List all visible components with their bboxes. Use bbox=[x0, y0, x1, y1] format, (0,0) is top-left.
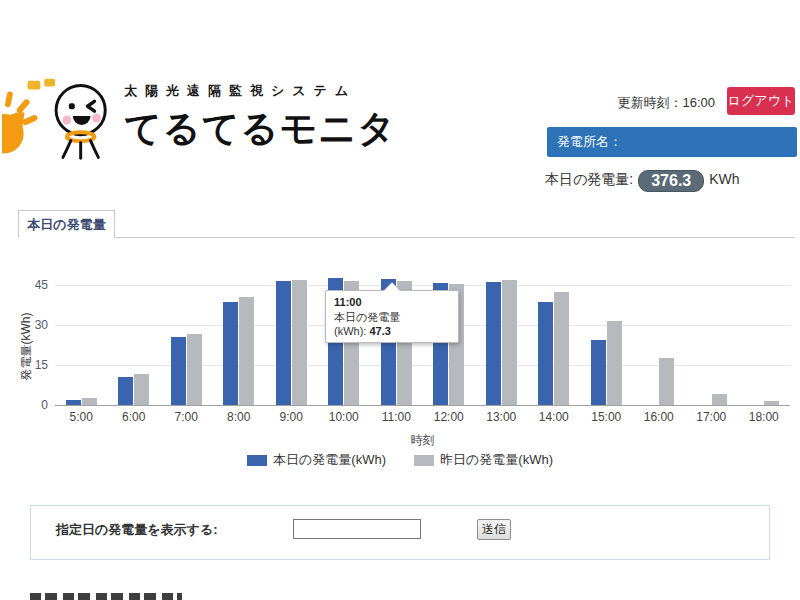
x-tick-label: 16:00 bbox=[633, 410, 686, 424]
today-total-line: 本日の発電量:376.3KWh bbox=[545, 170, 740, 192]
clipped-footer-text bbox=[30, 593, 182, 600]
tab-today-generation[interactable]: 本日の発電量 bbox=[18, 210, 115, 238]
x-tick-label: 15:00 bbox=[580, 410, 633, 424]
x-axis-line bbox=[55, 405, 790, 406]
chart-legend: 本日の発電量(kWh)昨日の発電量(kWh) bbox=[0, 451, 800, 469]
tooltip-arrow-icon bbox=[384, 283, 400, 291]
bar-today[interactable] bbox=[66, 400, 81, 405]
bar-yesterday[interactable] bbox=[712, 394, 727, 405]
bar-group bbox=[580, 275, 633, 405]
x-tick-label: 14:00 bbox=[528, 410, 581, 424]
tab-bottom-rule bbox=[18, 237, 795, 238]
bar-group bbox=[738, 275, 791, 405]
bar-today[interactable] bbox=[223, 302, 238, 405]
x-tick-label: 13:00 bbox=[475, 410, 528, 424]
bar-today[interactable] bbox=[276, 281, 291, 405]
x-tick-label: 12:00 bbox=[423, 410, 476, 424]
update-time-value: 16:00 bbox=[682, 95, 715, 110]
app-titles: 太陽光遠隔監視システム てるてるモニタ bbox=[124, 82, 404, 154]
bar-group bbox=[108, 275, 161, 405]
update-time-label: 更新時刻： bbox=[617, 95, 682, 110]
x-axis-title: 時刻 bbox=[55, 432, 790, 449]
bar-group bbox=[475, 275, 528, 405]
legend-item: 昨日の発電量(kWh) bbox=[414, 451, 553, 469]
bar-today[interactable] bbox=[118, 377, 133, 405]
y-tick-label: 0 bbox=[18, 398, 48, 412]
tooltip-time: 11:00 bbox=[334, 296, 450, 308]
y-tick-label: 45 bbox=[18, 278, 48, 292]
bar-today[interactable] bbox=[591, 340, 606, 405]
x-tick-label: 5:00 bbox=[55, 410, 108, 424]
bar-group bbox=[265, 275, 318, 405]
bar-yesterday[interactable] bbox=[292, 280, 307, 405]
x-tick-label: 7:00 bbox=[160, 410, 213, 424]
bar-group bbox=[633, 275, 686, 405]
tooltip-value-line: 本日の発電量(kWh): 47.3 bbox=[334, 310, 450, 337]
bar-yesterday[interactable] bbox=[659, 358, 674, 405]
bar-today[interactable] bbox=[538, 302, 553, 405]
bar-yesterday[interactable] bbox=[502, 280, 517, 405]
x-tick-label: 6:00 bbox=[108, 410, 161, 424]
y-axis-title: 発電量(kWh) bbox=[18, 302, 35, 392]
tooltip-value: 47.3 bbox=[369, 325, 390, 337]
submit-button[interactable]: 送信 bbox=[477, 519, 511, 540]
specified-date-label: 指定日の発電量を表示する: bbox=[56, 521, 218, 539]
bar-yesterday[interactable] bbox=[134, 374, 149, 405]
x-tick-label: 18:00 bbox=[738, 410, 791, 424]
bar-group bbox=[213, 275, 266, 405]
legend-label: 昨日の発電量(kWh) bbox=[440, 451, 553, 469]
logout-button[interactable]: ログアウト bbox=[727, 87, 795, 115]
bar-yesterday[interactable] bbox=[239, 297, 254, 405]
plant-name-bar: 発電所名： bbox=[547, 127, 797, 157]
update-time: 更新時刻：16:00 bbox=[617, 94, 715, 112]
legend-label: 本日の発電量(kWh) bbox=[273, 451, 386, 469]
app-logo-sun-mascot-icon bbox=[2, 78, 120, 162]
today-total-label: 本日の発電量: bbox=[545, 171, 633, 187]
specified-date-input[interactable] bbox=[293, 519, 421, 539]
x-tick-label: 8:00 bbox=[213, 410, 266, 424]
bar-group bbox=[685, 275, 738, 405]
x-axis-labels: 5:006:007:008:009:0010:0011:0012:0013:00… bbox=[55, 410, 790, 424]
x-tick-label: 9:00 bbox=[265, 410, 318, 424]
system-title: 太陽光遠隔監視システム bbox=[124, 82, 404, 100]
bar-yesterday[interactable] bbox=[764, 401, 779, 405]
x-tick-label: 11:00 bbox=[370, 410, 423, 424]
brand-title: てるてるモニタ bbox=[124, 104, 404, 154]
bar-group bbox=[160, 275, 213, 405]
bar-group bbox=[528, 275, 581, 405]
bar-yesterday[interactable] bbox=[554, 292, 569, 405]
bar-yesterday[interactable] bbox=[187, 334, 202, 405]
bar-group bbox=[55, 275, 108, 405]
bar-yesterday[interactable] bbox=[82, 398, 97, 405]
legend-swatch-icon bbox=[247, 455, 267, 466]
generation-bar-chart: 0153045 発電量(kWh) 5:006:007:008:009:0010:… bbox=[0, 240, 800, 485]
bar-today[interactable] bbox=[486, 282, 501, 405]
today-total-unit: KWh bbox=[709, 171, 739, 187]
x-tick-label: 17:00 bbox=[685, 410, 738, 424]
chart-tooltip: 11:00 本日の発電量(kWh): 47.3 bbox=[325, 290, 459, 343]
specified-date-form: 指定日の発電量を表示する: 送信 bbox=[30, 505, 770, 560]
x-tick-label: 10:00 bbox=[318, 410, 371, 424]
bar-yesterday[interactable] bbox=[607, 321, 622, 405]
bar-today[interactable] bbox=[171, 337, 186, 405]
legend-item: 本日の発電量(kWh) bbox=[247, 451, 386, 469]
legend-swatch-icon bbox=[414, 455, 434, 466]
today-total-badge: 376.3 bbox=[638, 170, 704, 192]
